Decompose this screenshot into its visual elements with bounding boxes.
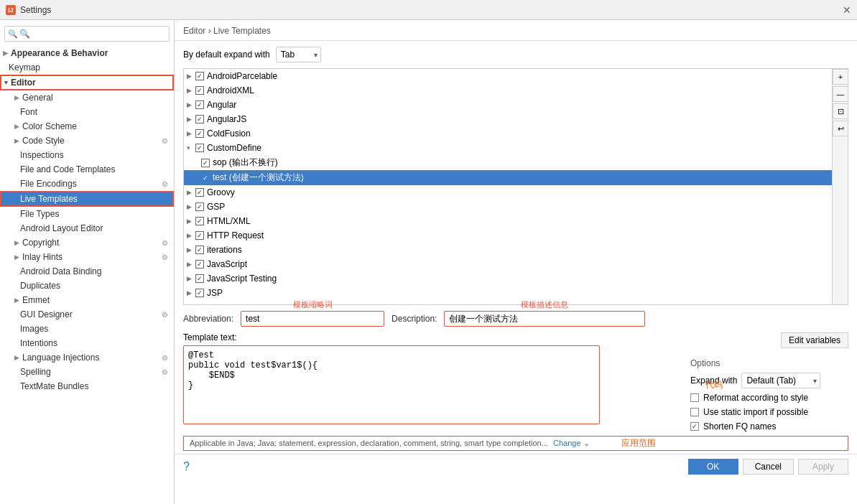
group-checkbox[interactable]	[195, 144, 204, 152]
group-javascript-testing[interactable]: ▶ JavaScript Testing	[184, 271, 832, 286]
sidebar-item-duplicates[interactable]: Duplicates	[0, 279, 174, 293]
group-checkbox[interactable]	[195, 188, 204, 197]
code-annotation: 代码	[705, 379, 723, 391]
sidebar-item-label: TextMate Bundles	[20, 381, 88, 391]
group-checkbox[interactable]	[195, 217, 204, 225]
bottom-actions: ? OK Cancel Apply	[175, 454, 857, 479]
group-checkbox[interactable]	[195, 260, 204, 269]
tab-dropdown[interactable]: Tab Enter Space	[276, 47, 321, 62]
ok-button[interactable]: OK	[688, 459, 738, 475]
sidebar-item-android-layout-editor[interactable]: Android Layout Editor	[0, 221, 174, 235]
template-item-test[interactable]: test (创建一个测试方法)	[184, 170, 832, 185]
scroll-buttons: + — ⊡ ↩	[832, 69, 848, 304]
group-html-xml[interactable]: ▶ HTML/XML	[184, 214, 832, 228]
group-angularjs[interactable]: ▶ AngularJS	[184, 112, 832, 126]
shorten-fq-label: Shorten FQ names	[703, 421, 776, 431]
description-input[interactable]	[444, 311, 645, 327]
group-gsp[interactable]: ▶ GSP	[184, 200, 832, 214]
sidebar-item-font[interactable]: Font	[0, 105, 174, 119]
close-button[interactable]: ✕	[843, 4, 851, 16]
group-triangle: ▶	[187, 116, 194, 123]
sidebar-item-label: Live Templates	[20, 194, 78, 204]
help-button[interactable]: ?	[183, 460, 190, 473]
group-checkbox[interactable]	[195, 129, 204, 138]
sidebar-item-android-data-binding[interactable]: Android Data Binding	[0, 264, 174, 279]
search-box[interactable]: 🔍	[4, 26, 170, 42]
sidebar-item-textmate-bundles[interactable]: TextMate Bundles	[0, 379, 174, 393]
expand-with-dropdown-wrap[interactable]: Default (Tab) Tab Enter	[741, 373, 820, 388]
group-checkbox[interactable]	[195, 289, 204, 297]
sidebar-item-live-templates[interactable]: Live Templates	[0, 191, 174, 207]
sidebar-item-general[interactable]: ▶ General	[0, 90, 174, 105]
group-label: HTTP Request	[207, 230, 264, 241]
group-checkbox[interactable]	[195, 101, 204, 109]
group-triangle: ▶	[187, 101, 194, 108]
sidebar-item-editor[interactable]: ▾ Editor	[0, 75, 174, 90]
scroll-remove-btn[interactable]: —	[833, 86, 848, 102]
sidebar-item-inlay-hints[interactable]: ▶ Inlay Hints ⚙	[0, 250, 174, 264]
triangle-icon: ▶	[14, 297, 19, 304]
sidebar-item-label: File and Code Templates	[20, 164, 116, 174]
group-checkbox[interactable]	[195, 246, 204, 254]
group-angular[interactable]: ▶ Angular	[184, 98, 832, 112]
change-link[interactable]: Change ⌄	[553, 439, 590, 447]
scroll-reset-btn[interactable]: ↩	[833, 121, 848, 136]
sidebar-item-language-injections[interactable]: ▶ Language Injections ⚙	[0, 350, 174, 365]
group-checkbox[interactable]	[195, 231, 204, 240]
abbreviation-input[interactable]	[241, 311, 384, 327]
group-label: ColdFusion	[207, 129, 251, 139]
sidebar-item-gui-designer[interactable]: GUI Designer ⚙	[0, 307, 174, 322]
sidebar-item-images[interactable]: Images	[0, 322, 174, 336]
top-controls: By default expand with Tab Enter Space	[175, 41, 857, 68]
group-groovy[interactable]: ▶ Groovy	[184, 185, 832, 200]
sidebar-item-emmet[interactable]: ▶ Emmet	[0, 293, 174, 307]
sidebar-item-file-encodings[interactable]: File Encodings ⚙	[0, 177, 174, 191]
sidebar-item-intentions[interactable]: Intentions	[0, 336, 174, 350]
shorten-fq-checkbox[interactable]	[690, 422, 699, 431]
group-checkbox[interactable]	[195, 72, 204, 80]
group-coldfusion[interactable]: ▶ ColdFusion	[184, 126, 832, 141]
breadcrumb: Editor › Live Templates	[175, 20, 857, 41]
expand-with-dropdown[interactable]: Default (Tab) Tab Enter	[741, 373, 820, 388]
reformat-checkbox[interactable]	[690, 393, 699, 402]
tab-dropdown-wrap[interactable]: Tab Enter Space	[276, 47, 321, 62]
sidebar-item-spelling[interactable]: Spelling ⚙	[0, 365, 174, 379]
cancel-button[interactable]: Cancel	[743, 459, 794, 475]
group-triangle: ▶	[187, 189, 194, 196]
group-triangle: ▶	[187, 261, 194, 268]
group-custom-define[interactable]: ▾ CustomDefine	[184, 141, 832, 155]
edit-variables-button[interactable]: Edit variables	[781, 332, 848, 348]
item-label: sop (输出不换行)	[213, 157, 278, 169]
static-import-checkbox[interactable]	[690, 408, 699, 416]
sidebar-item-color-scheme[interactable]: ▶ Color Scheme	[0, 119, 174, 134]
templates-list: ▶ AndroidParcelable ▶ AndroidXML ▶ Angul…	[184, 69, 832, 304]
group-android-parcelable[interactable]: ▶ AndroidParcelable	[184, 69, 832, 83]
sidebar-item-file-types[interactable]: File Types	[0, 207, 174, 221]
item-checkbox[interactable]	[201, 159, 210, 167]
group-label: JavaScript Testing	[207, 274, 277, 284]
group-android-xml[interactable]: ▶ AndroidXML	[184, 83, 832, 98]
template-code-editor[interactable]: @Test public void test$var1$(){ $END$ }	[183, 345, 600, 424]
scroll-add-btn[interactable]: +	[833, 69, 848, 85]
sidebar-item-code-style[interactable]: ▶ Code Style ⚙	[0, 134, 174, 148]
apply-button[interactable]: Apply	[798, 459, 848, 475]
item-checkbox[interactable]	[201, 174, 210, 182]
template-item-sop[interactable]: sop (输出不换行)	[184, 155, 832, 170]
sidebar-item-label: File Encodings	[20, 179, 77, 189]
group-label: GSP	[207, 202, 225, 212]
group-javascript[interactable]: ▶ JavaScript	[184, 257, 832, 271]
sidebar-item-inspections[interactable]: Inspections	[0, 148, 174, 162]
group-checkbox[interactable]	[195, 86, 204, 95]
group-iterations[interactable]: ▶ iterations	[184, 243, 832, 257]
search-input[interactable]	[4, 26, 170, 42]
sidebar-item-keymap[interactable]: Keymap	[0, 60, 174, 75]
group-jsp[interactable]: ▶ JSP	[184, 286, 832, 300]
group-checkbox[interactable]	[195, 115, 204, 123]
group-http-request[interactable]: ▶ HTTP Request	[184, 228, 832, 243]
sidebar-item-copyright[interactable]: ▶ Copyright ⚙	[0, 235, 174, 250]
sidebar-item-file-code-templates[interactable]: File and Code Templates	[0, 162, 174, 177]
group-checkbox[interactable]	[195, 274, 204, 283]
scroll-copy-btn[interactable]: ⊡	[833, 103, 848, 119]
sidebar-item-appearance[interactable]: ▶ Appearance & Behavior	[0, 46, 174, 60]
group-checkbox[interactable]	[195, 202, 204, 211]
